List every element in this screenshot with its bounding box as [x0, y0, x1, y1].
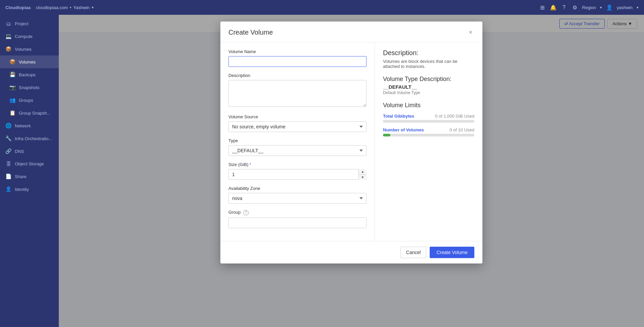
sidebar-item-label: Volumes	[19, 59, 36, 65]
sidebar-item-object-storage[interactable]: 🗄 Object Storage	[0, 158, 59, 170]
sidebar-item-compute[interactable]: 💻 Compute	[0, 30, 59, 43]
sidebar-item-share[interactable]: 📄 Share	[0, 170, 59, 183]
type-select[interactable]: __DEFAULT__	[228, 145, 367, 156]
modal-right-panel: Description: Volumes are block devices t…	[375, 42, 482, 241]
sidebar-item-label: Groups	[19, 98, 33, 103]
limit-name-gibibytes: Total Gibibytes	[383, 114, 414, 119]
group-snapshots-icon: 📋	[9, 110, 15, 116]
user-icon: 👤	[606, 4, 613, 11]
group-label: Group ?	[228, 210, 367, 215]
size-decrement-button[interactable]: ▼	[359, 175, 367, 180]
volume-type-section-title: Volume Type Description:	[383, 76, 474, 83]
grid-icon[interactable]: ⊞	[539, 4, 546, 11]
sidebar-item-groups[interactable]: 👥 Groups	[0, 94, 59, 107]
share-icon: 📄	[5, 173, 11, 179]
navbar: Cloudtopiaa cloudtopiaa.com • Yashwin ▾ …	[0, 0, 644, 15]
volumes-parent-icon: 📦	[5, 46, 11, 52]
progress-bar-bg-gibibytes	[383, 120, 474, 123]
size-group: Size (GiB)* ▲ ▼	[228, 162, 367, 180]
navbar-url: cloudtopiaa.com • Yashwin ▾	[36, 5, 93, 10]
modal-form: Volume Name Description Volume Source	[220, 42, 375, 241]
volume-source-select[interactable]: No source, empty volume	[228, 121, 367, 132]
modal-header: Create Volume ×	[220, 22, 482, 42]
volume-name-input[interactable]	[228, 56, 367, 67]
chevron-down-icon[interactable]: ▾	[92, 5, 94, 10]
description-label: Description	[228, 73, 367, 78]
limits-title: Volume Limits	[383, 102, 474, 109]
sidebar-item-label: Group Snapsh...	[19, 111, 51, 116]
volumes-icon: 📦	[9, 59, 15, 65]
description-group: Description	[228, 73, 367, 108]
group-group: Group ?	[228, 210, 367, 228]
infra-icon: 🔧	[5, 135, 11, 141]
modal-body: Volume Name Description Volume Source	[220, 42, 482, 241]
availability-zone-select[interactable]: nova	[228, 193, 367, 204]
close-button[interactable]: ×	[467, 28, 474, 37]
modal-footer: Cancel Create Volume	[220, 241, 482, 263]
user-menu[interactable]: yashwin	[617, 5, 633, 10]
size-input-wrapper: ▲ ▼	[228, 169, 367, 180]
brand-logo: Cloudtopiaa	[5, 5, 31, 10]
volume-source-label: Volume Source	[228, 114, 367, 119]
url-project: Yashwin	[73, 5, 89, 10]
chevron-down-icon-region[interactable]: ▾	[600, 5, 602, 10]
availability-zone-label: Availability Zone	[228, 186, 367, 191]
group-help-icon[interactable]: ?	[243, 210, 249, 215]
required-indicator: *	[249, 162, 251, 167]
sidebar-item-label: Identity	[15, 187, 29, 192]
right-description-title: Description:	[383, 49, 474, 57]
limit-value-gibibytes: 0 of 1,000 GiB Used	[435, 114, 474, 119]
bell-icon[interactable]: 🔔	[550, 4, 557, 11]
limit-name-volumes: Number of Volumes	[383, 127, 424, 132]
groups-icon: 👥	[9, 97, 15, 103]
group-input[interactable]	[228, 217, 367, 228]
sidebar-item-network[interactable]: 🌐 Network	[0, 119, 59, 132]
url-separator: •	[70, 5, 72, 10]
cancel-button[interactable]: Cancel	[400, 247, 427, 258]
main-content: ⇄ Accept Transfer Actions ▼ Create Volum…	[59, 15, 644, 327]
size-increment-button[interactable]: ▲	[359, 169, 367, 175]
gear-icon[interactable]: ⚙	[571, 4, 578, 11]
volume-type-default-label: Default Volume Type	[383, 90, 474, 95]
size-input[interactable]	[228, 169, 367, 180]
sidebar-item-label: Snapshots	[19, 85, 39, 90]
sidebar: 🗂 Project 💻 Compute 📦 Volumes 📦 Volumes …	[0, 15, 59, 327]
backups-icon: 💾	[9, 72, 15, 78]
region-selector[interactable]: Region	[582, 5, 596, 10]
limit-total-gibibytes: Total Gibibytes 0 of 1,000 GiB Used	[383, 114, 474, 123]
sidebar-item-label: Compute	[15, 34, 33, 39]
sidebar-item-dns[interactable]: 🔗 DNS	[0, 145, 59, 158]
sidebar-item-volumes[interactable]: 📦 Volumes	[0, 55, 59, 68]
progress-bar-fill-volumes	[383, 134, 390, 136]
size-label: Size (GiB)*	[228, 162, 367, 167]
app-layout: 🗂 Project 💻 Compute 📦 Volumes 📦 Volumes …	[0, 15, 644, 327]
sidebar-item-snapshots[interactable]: 📷 Snapshots	[0, 81, 59, 94]
help-icon[interactable]: ?	[561, 4, 567, 11]
sidebar-item-volumes-parent[interactable]: 📦 Volumes	[0, 43, 59, 55]
compute-icon: 💻	[5, 33, 11, 39]
object-storage-icon: 🗄	[5, 161, 11, 167]
identity-icon: 👤	[5, 186, 11, 192]
network-icon: 🌐	[5, 123, 11, 129]
sidebar-item-label: Network	[15, 123, 31, 128]
sidebar-item-backups[interactable]: 💾 Backups	[0, 68, 59, 81]
sidebar-item-label: Project	[15, 21, 28, 26]
progress-bar-bg-volumes	[383, 134, 474, 136]
sidebar-item-infra[interactable]: 🔧 Infra Orchestratio...	[0, 132, 59, 145]
sidebar-item-identity[interactable]: 👤 Identity	[0, 183, 59, 196]
sidebar-item-label: Share	[15, 174, 27, 179]
volume-source-group: Volume Source No source, empty volume	[228, 114, 367, 132]
description-textarea[interactable]	[228, 80, 367, 107]
sidebar-item-label: Backups	[19, 72, 36, 77]
create-volume-button[interactable]: Create Volume	[430, 247, 474, 258]
modal-overlay: Create Volume × Volume Name D	[59, 15, 644, 327]
limit-label-row-volumes: Number of Volumes 0 of 10 Used	[383, 127, 474, 132]
volume-name-group: Volume Name	[228, 49, 367, 67]
size-spinners: ▲ ▼	[358, 169, 367, 180]
sidebar-item-group-snapshots[interactable]: 📋 Group Snapsh...	[0, 107, 59, 119]
navbar-left: Cloudtopiaa cloudtopiaa.com • Yashwin ▾	[5, 5, 94, 10]
sidebar-item-project[interactable]: 🗂 Project	[0, 17, 59, 30]
sidebar-item-label: DNS	[15, 149, 24, 154]
chevron-down-icon-user[interactable]: ▾	[637, 5, 639, 10]
right-description-text: Volumes are block devices that can be at…	[383, 59, 474, 69]
